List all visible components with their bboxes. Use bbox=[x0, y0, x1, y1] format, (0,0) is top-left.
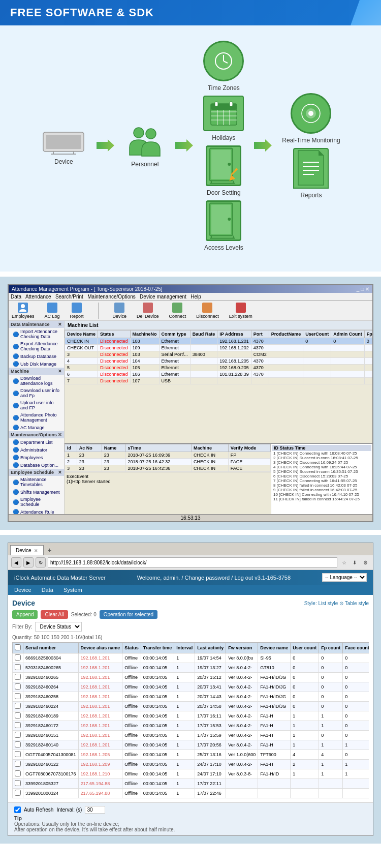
auto-refresh-checkbox[interactable] bbox=[14, 806, 21, 813]
sidebar-item-photo[interactable]: 🔵Attendance Photo Management bbox=[9, 411, 64, 424]
window-menu[interactable]: Data Attendance Search/Print Maintenance… bbox=[9, 293, 372, 301]
sidebar-item-emp-schedule[interactable]: 🔵Employee Schedule bbox=[9, 496, 64, 508]
table-row[interactable]: OGT7080067073100176192.168.1.210Offline0… bbox=[13, 769, 369, 779]
operation-button[interactable]: Operation for selected bbox=[100, 610, 157, 619]
device-checkbox[interactable] bbox=[15, 732, 21, 738]
append-button[interactable]: Append bbox=[12, 610, 38, 619]
list-style-btn[interactable]: List style bbox=[318, 601, 338, 606]
tab-report[interactable]: Report bbox=[70, 303, 84, 319]
table-row[interactable]: 3929182460224192.168.1.201Offline00:00:1… bbox=[13, 702, 369, 711]
refresh-button[interactable]: ↻ bbox=[36, 557, 46, 567]
device-checkbox[interactable] bbox=[15, 693, 21, 699]
sidebar-item-export[interactable]: 🔵Export Attendance Checking Data bbox=[9, 340, 64, 352]
bookmark-icon[interactable]: ☆ bbox=[339, 558, 348, 567]
btn-disconnect[interactable]: Disconnect bbox=[196, 303, 219, 319]
table-row[interactable]: 323232018-07-25 16:42:36CHECK INFACE bbox=[65, 465, 271, 472]
device-checkbox[interactable] bbox=[15, 722, 21, 728]
menu-maintenance[interactable]: Maintenance/Options bbox=[87, 294, 136, 300]
table-row[interactable]: 123232018-07-25 16:09:39CHECK INFP bbox=[65, 452, 271, 459]
table-row[interactable]: 3399201800324217.65.194.88Offline00:00:1… bbox=[13, 789, 369, 798]
table-row[interactable]: 4Disconnected104Ethernet192.168.1.205437… bbox=[65, 358, 373, 365]
menu-attendance[interactable]: Attendance bbox=[25, 294, 51, 300]
address-bar[interactable] bbox=[48, 557, 337, 567]
clear-all-button[interactable]: Clear All bbox=[41, 610, 68, 619]
browser-tab-device[interactable]: Device ✕ bbox=[10, 545, 44, 555]
sidebar-item-ac[interactable]: 🔵AC Manage bbox=[9, 424, 64, 431]
table-row[interactable]: CHECK INDisconnected108Ethernet192.168.1… bbox=[65, 338, 373, 345]
table-row[interactable]: 66691825600304192.168.1.201Offline00:00:… bbox=[13, 653, 369, 663]
table-row[interactable]: 3929182460189192.168.1.201Offline00:00:1… bbox=[13, 711, 369, 721]
sidebar-item-usb[interactable]: 🔵Usb Disk Manage bbox=[9, 360, 64, 368]
device-checkbox[interactable] bbox=[15, 712, 21, 719]
menu-search[interactable]: Search/Print bbox=[55, 294, 83, 300]
table-row[interactable]: 5Disconnected105Ethernet192.168.0.205437… bbox=[65, 365, 373, 371]
table-row[interactable]: 223232018-07-25 16:42:32CHECK INFACE bbox=[65, 459, 271, 465]
table-row[interactable]: 3929182460172192.168.1.201Offline00:00:1… bbox=[13, 721, 369, 731]
table-style-btn[interactable]: Table style bbox=[345, 601, 369, 606]
table-row[interactable]: 52031824600265192.168.1.201Offline00:00:… bbox=[13, 663, 369, 673]
tab-close-icon[interactable]: ✕ bbox=[34, 548, 38, 553]
table-row[interactable]: 3929182460264192.168.1.201Offline00:00:1… bbox=[13, 682, 369, 692]
back-button[interactable]: ◀ bbox=[11, 557, 21, 567]
btn-device[interactable]: Device bbox=[113, 303, 127, 319]
sidebar-item-admin[interactable]: 🔵Administrator bbox=[9, 446, 64, 454]
device-checkbox[interactable] bbox=[15, 770, 21, 776]
nav-device[interactable]: Device bbox=[14, 587, 31, 593]
table-row[interactable]: 3929182460140192.168.1.201Offline00:00:1… bbox=[13, 740, 369, 750]
device-checkbox[interactable] bbox=[15, 751, 21, 757]
table-row[interactable]: 3399201805327217.65.194.88Offline00:00:1… bbox=[13, 779, 369, 789]
device-checkbox[interactable] bbox=[15, 741, 21, 747]
refresh-interval-input[interactable] bbox=[85, 806, 105, 814]
device-checkbox[interactable] bbox=[15, 664, 21, 670]
sidebar-item-shifts[interactable]: 🔵Shifts Management bbox=[9, 488, 64, 496]
settings-icon[interactable]: ⚙ bbox=[361, 558, 370, 567]
table-row[interactable]: 3929182460122192.168.1.209Offline00:00:1… bbox=[13, 760, 369, 769]
sidebar-item-timetable[interactable]: 🔵Maintenance Timetables bbox=[9, 476, 64, 488]
table-row[interactable]: 3Disconnected103Serial Port/...38400COM2 bbox=[65, 351, 373, 358]
new-tab-button[interactable]: + bbox=[45, 545, 55, 555]
table-row[interactable]: 3929182460265192.168.1.201Offline00:00:1… bbox=[13, 673, 369, 682]
btn-del-device[interactable]: Del Device bbox=[137, 303, 159, 319]
sidebar-item-import[interactable]: 🔵Import Attendance Checking Data bbox=[9, 328, 64, 340]
sidebar-section-data-maintenance[interactable]: Data Maintenance✕ bbox=[9, 321, 64, 328]
language-select[interactable]: -- Language -- bbox=[322, 573, 367, 582]
menu-device[interactable]: Device management bbox=[140, 294, 186, 300]
table-row[interactable]: CHECK OUTDisconnected109Ethernet192.168.… bbox=[65, 345, 373, 351]
sidebar-item-employees[interactable]: 🔵Employees bbox=[9, 454, 64, 461]
sidebar-item-download-user[interactable]: 🔵Download user info and Fp bbox=[9, 387, 64, 399]
forward-button[interactable]: ▶ bbox=[23, 557, 34, 567]
machine-cell: 192.168.0.205 bbox=[217, 365, 251, 371]
sidebar-item-backup[interactable]: 🔵Backup Database bbox=[9, 352, 64, 360]
device-checkbox[interactable] bbox=[15, 703, 21, 709]
tab-aclog[interactable]: AC Log bbox=[45, 303, 60, 319]
sidebar-item-download-logs[interactable]: 🔵Download attendance logs bbox=[9, 375, 64, 387]
device-checkbox[interactable] bbox=[15, 683, 21, 690]
table-row[interactable]: 7Disconnected107USB3204 bbox=[65, 378, 373, 384]
device-checkbox[interactable] bbox=[15, 790, 21, 796]
download-icon[interactable]: ⬇ bbox=[350, 558, 359, 567]
nav-system[interactable]: System bbox=[64, 587, 82, 593]
sidebar-item-db-option[interactable]: 🔵Database Option... bbox=[9, 461, 64, 469]
sidebar-item-attendance-rule[interactable]: 🔵Attendance Rule bbox=[9, 508, 64, 514]
nav-data[interactable]: Data bbox=[42, 587, 53, 593]
device-checkbox[interactable] bbox=[15, 761, 21, 767]
table-row[interactable]: 3929182460151192.168.1.201Offline00:00:1… bbox=[13, 731, 369, 740]
sidebar-section-schedule[interactable]: Employee Schedule✕ bbox=[9, 469, 64, 476]
table-row[interactable]: 6Disconnected106Ethernet101.81.228.39437… bbox=[65, 371, 373, 378]
sidebar-item-upload-user[interactable]: 🔵Upload user info and FP bbox=[9, 399, 64, 411]
tab-employees[interactable]: Employees bbox=[12, 303, 35, 319]
sidebar-section-maintenance[interactable]: Maintenance/Options✕ bbox=[9, 431, 64, 438]
btn-exit[interactable]: Exit system bbox=[229, 303, 252, 319]
sidebar-section-machine[interactable]: Machine✕ bbox=[9, 368, 64, 375]
filter-select[interactable]: Device Status bbox=[35, 622, 82, 632]
btn-connect[interactable]: Connect bbox=[169, 303, 186, 319]
device-checkbox[interactable] bbox=[15, 654, 21, 661]
select-all-checkbox[interactable] bbox=[15, 644, 21, 650]
sidebar-item-dept[interactable]: 🔵Department List bbox=[9, 438, 64, 446]
menu-data[interactable]: Data bbox=[11, 294, 21, 300]
menu-help[interactable]: Help bbox=[190, 294, 201, 300]
table-row[interactable]: OGT7040057041300081192.168.1.205Offline0… bbox=[13, 750, 369, 760]
device-checkbox[interactable] bbox=[15, 674, 21, 680]
table-row[interactable]: 3929182460258192.168.1.201Offline00:00:1… bbox=[13, 692, 369, 702]
device-checkbox[interactable] bbox=[15, 780, 21, 786]
